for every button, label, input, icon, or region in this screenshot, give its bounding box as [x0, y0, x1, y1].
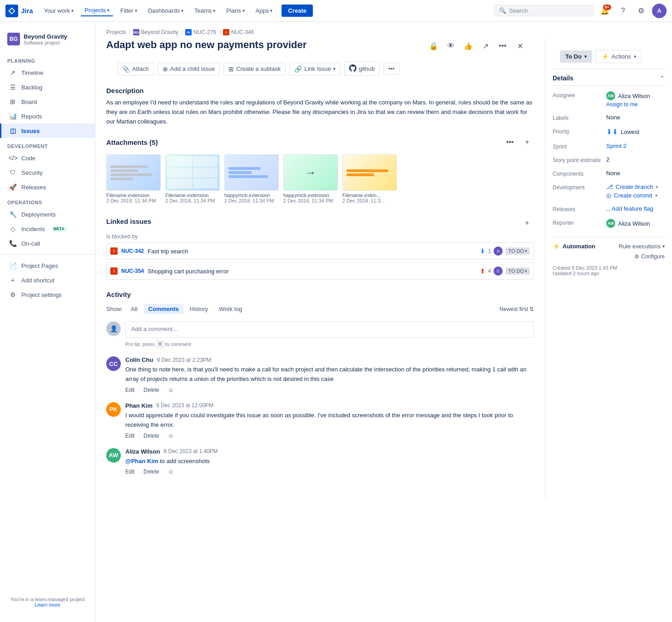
like-button[interactable]: 👍 [461, 39, 475, 53]
attachment-item[interactable]: Filename.extension 2 Dec 2018, 11:34 PM [106, 154, 161, 203]
assign-me-link[interactable]: Assign to me [606, 101, 650, 108]
sidebar-item-timeline[interactable]: ↗ Timeline [0, 65, 95, 80]
dashboards-menu[interactable]: Dashboards ▾ [144, 5, 187, 16]
add-child-issue-button[interactable]: ⊕ Add a child issue [158, 63, 220, 75]
search-bar[interactable]: 🔍 Search [494, 5, 594, 16]
close-button[interactable]: ✕ [513, 39, 527, 53]
edit-comment-button[interactable]: Edit [125, 387, 135, 393]
sort-button[interactable]: Newest first ⇅ [499, 306, 534, 312]
sidebar-item-deployments[interactable]: 🔧 Deployments [0, 207, 95, 222]
comment-input[interactable]: Add a comment... [125, 321, 534, 338]
delete-comment-button[interactable]: Delete [143, 469, 159, 475]
automation-title: Automation [563, 243, 595, 250]
breadcrumb-nuc276[interactable]: N NUC-276 [185, 29, 216, 35]
jira-wordmark: Jira [21, 7, 33, 15]
user-avatar[interactable]: A [652, 4, 667, 18]
components-value: None [606, 170, 665, 177]
more-button[interactable]: ••• [496, 39, 509, 53]
react-button[interactable]: ☺ [168, 387, 173, 393]
react-button[interactable]: ☺ [168, 469, 173, 475]
add-feature-flag-button[interactable]: ⎵ Add feature flag [606, 205, 653, 212]
plans-menu[interactable]: Plans ▾ [222, 5, 248, 16]
sidebar-item-project-settings[interactable]: ⚙ Project settings [0, 287, 95, 302]
linked-issue-id[interactable]: NUC-342 [121, 248, 144, 254]
apps-menu[interactable]: Apps ▾ [252, 5, 277, 16]
add-linked-issue-button[interactable]: + [520, 216, 534, 230]
chevron-icon: ▾ [242, 8, 245, 13]
filter-menu[interactable]: Filter ▾ [117, 5, 141, 16]
sidebar-item-reports[interactable]: 📊 Reports [0, 109, 95, 123]
tab-history[interactable]: History [185, 304, 212, 314]
branch-icon: ⎇ [606, 183, 613, 190]
configure-button[interactable]: ⚙ Configure [634, 253, 665, 260]
attachment-item[interactable]: Filename.extension 2 Dec 2018, 11:34 PM [165, 154, 220, 203]
attachment-item[interactable]: Filename.exten... 2 Dec 2018, 11:3... [342, 154, 397, 203]
watch-button[interactable]: 👁 [444, 39, 458, 53]
linked-issue-id[interactable]: NUC-354 [121, 268, 144, 274]
chevron-icon: ▾ [107, 8, 109, 13]
sidebar-item-board[interactable]: ⊞ Board [0, 94, 95, 109]
breadcrumb-projects[interactable]: Projects [106, 29, 126, 35]
github-button[interactable]: github [344, 62, 380, 76]
actions-button[interactable]: ⚡ Actions ▾ [596, 50, 642, 63]
attachments-more-button[interactable]: ••• [503, 135, 517, 149]
sidebar-item-security[interactable]: 🛡 Security [0, 165, 95, 180]
settings-button[interactable]: ⚙ [634, 4, 648, 18]
sprint-value[interactable]: Sprint 2 [606, 143, 665, 149]
help-button[interactable]: ? [616, 4, 630, 18]
story-points-label: Story point estimate [553, 156, 603, 163]
projects-menu[interactable]: Projects ▾ [81, 5, 113, 16]
rule-executions-button[interactable]: Rule executions ▾ [619, 243, 665, 250]
delete-comment-button[interactable]: Delete [143, 387, 159, 393]
comment-text: @Phan Kim to add screenshots [125, 457, 534, 466]
your-work-menu[interactable]: Your work ▾ [40, 5, 77, 16]
create-subtask-button[interactable]: ⊞ Create a subtask [223, 63, 286, 75]
learn-more-link[interactable]: Learn more [35, 602, 60, 607]
breadcrumb-nuc346[interactable]: ! NUC-346 [223, 29, 254, 35]
sidebar-item-code[interactable]: </> Code [0, 151, 95, 165]
chevron-icon: ▾ [181, 8, 183, 13]
teams-menu[interactable]: Teams ▾ [191, 5, 219, 16]
sidebar-item-project-pages[interactable]: 📄 Project Pages [0, 258, 95, 273]
sidebar-item-incidents[interactable]: ◇ Incidents BETA [0, 222, 95, 236]
edit-comment-button[interactable]: Edit [125, 469, 135, 475]
create-branch-button[interactable]: ⎇ Create branch ▾ [606, 183, 658, 190]
attachments-add-button[interactable]: + [520, 135, 534, 149]
tab-all[interactable]: All [126, 304, 142, 314]
app-layout: BG Beyond Gravity Software project PLANN… [0, 22, 672, 622]
create-button[interactable]: Create [282, 5, 312, 17]
assignee-row: Assignee AW Aliza Wilson Assign to me [553, 91, 665, 108]
share-button[interactable]: ↗ [479, 39, 492, 53]
edit-comment-button[interactable]: Edit [125, 433, 135, 439]
react-button[interactable]: ☺ [168, 433, 173, 439]
more-actions-button[interactable]: ••• [383, 63, 400, 75]
sidebar-item-issues[interactable]: ◫ Issues [0, 123, 95, 138]
releases-icon: 🚀 [9, 183, 17, 191]
jira-logo[interactable]: Jira [5, 5, 33, 17]
beta-badge: BETA [51, 226, 67, 232]
sidebar-item-releases[interactable]: 🚀 Releases [0, 180, 95, 194]
notifications-button[interactable]: 🔔 9+ [598, 4, 612, 18]
status-badge[interactable]: TO DO ▾ [505, 247, 530, 255]
tab-worklog[interactable]: Work log [214, 304, 247, 314]
create-commit-button[interactable]: ◎ Create commit ▾ [606, 192, 658, 199]
tab-comments[interactable]: Comments [144, 304, 183, 314]
attachment-item[interactable]: happymcb.extension 2 Dec 2018, 11:34 PM [224, 154, 279, 203]
assignee-label: Assignee [553, 91, 603, 99]
attachment-item[interactable]: → happymcb.extension 2 Dec 2018, 11:34 P… [283, 154, 338, 203]
attach-button[interactable]: 📎 Attach [117, 63, 154, 75]
sidebar-item-backlog[interactable]: ☰ Backlog [0, 80, 95, 94]
link-issue-button[interactable]: 🔗 Link Issue ▾ [289, 63, 341, 75]
development-row: Development ⎇ Create branch ▾ ◎ Create c… [553, 183, 665, 199]
attachment-name: Filename.exten... [342, 193, 397, 198]
status-button[interactable]: To Do ▾ [560, 50, 592, 63]
breadcrumb-beyond-gravity[interactable]: BG Beyond Gravity [133, 29, 178, 35]
sidebar-item-oncall[interactable]: 📞 On-call [0, 236, 95, 251]
activity-title: Activity [106, 291, 534, 298]
lock-button[interactable]: 🔒 [427, 39, 440, 53]
sidebar-item-add-shortcut[interactable]: + Add shortcut [0, 273, 95, 287]
collapse-button[interactable]: ⌃ [660, 75, 665, 82]
status-badge[interactable]: TO DO ▾ [505, 267, 530, 275]
delete-comment-button[interactable]: Delete [143, 433, 159, 439]
show-label: Show: [106, 306, 123, 312]
